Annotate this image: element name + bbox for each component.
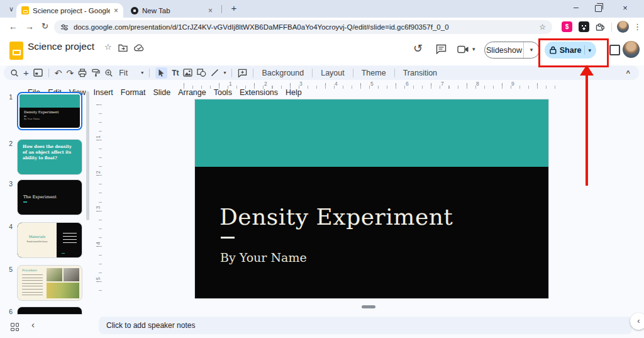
share-divider (584, 45, 585, 55)
document-title[interactable]: Science project (28, 41, 94, 52)
forward-button[interactable]: → (25, 21, 34, 31)
notes-resize-handle[interactable] (362, 305, 375, 308)
menu-insert[interactable]: Insert (90, 87, 117, 98)
slide-subtitle[interactable]: By Your Name (220, 251, 307, 264)
slide-thumbnail-6[interactable] (17, 307, 82, 315)
tab-close-icon[interactable]: × (208, 7, 213, 14)
version-history-icon[interactable]: ↺ (413, 42, 423, 55)
speaker-notes-area[interactable]: Click to add speaker notes (99, 317, 632, 334)
background-button[interactable]: Background (259, 69, 306, 77)
meet-camera-icon[interactable] (457, 45, 469, 54)
zoom-icon[interactable] (104, 69, 113, 77)
share-caret-icon[interactable]: ▾ (588, 47, 591, 54)
slideshow-button[interactable]: Slideshow ▾ (484, 42, 540, 59)
slide-thumbnail-4[interactable]: Materials Found around the house (17, 222, 82, 258)
photo-thumbnail (47, 283, 79, 298)
zoom-select[interactable]: Fit (119, 69, 128, 77)
filmstrip-scrollbar[interactable] (86, 91, 89, 220)
ruler-label: 5 (370, 81, 374, 87)
slide-number: 2 (4, 140, 13, 147)
ruler-label: 4 (335, 81, 338, 87)
insert-comment-icon[interactable] (238, 69, 247, 77)
select-tool-button[interactable] (155, 67, 167, 79)
site-settings-icon[interactable] (60, 23, 69, 31)
zoom-caret-icon[interactable]: ▾ (141, 70, 143, 76)
collapse-panel-button[interactable]: ‹ (630, 313, 644, 330)
toolbar-divider (312, 69, 313, 77)
list-lines (22, 274, 43, 297)
back-button[interactable]: ← (9, 21, 18, 31)
window-close-button[interactable]: × (620, 3, 630, 13)
collapse-filmstrip-icon[interactable]: ‹ (31, 319, 35, 330)
transition-button[interactable]: Transition (401, 69, 440, 77)
photo-thumbnail (64, 268, 79, 281)
account-avatar[interactable] (623, 41, 640, 58)
browser-menu-icon[interactable]: ⋮ (633, 22, 641, 31)
line-caret-icon[interactable]: ▾ (223, 70, 226, 76)
slide-teal-band (195, 99, 548, 167)
thumb-text: How does the density of an object affect… (18, 140, 82, 165)
slides-logo-icon[interactable] (9, 42, 23, 60)
insert-image-icon[interactable] (183, 69, 192, 77)
url-text[interactable]: docs.google.com/presentation/d/1CrJZ4KV-… (74, 23, 534, 31)
slideshow-caret-icon[interactable]: ▾ (523, 42, 539, 58)
slide-thumbnail-5[interactable]: Procedure (17, 265, 82, 301)
insert-shape-icon[interactable] (197, 69, 206, 77)
menu-format[interactable]: Format (117, 87, 150, 98)
extensions-puzzle-icon[interactable] (595, 22, 604, 31)
thumb-dash (23, 201, 27, 203)
star-document-icon[interactable]: ☆ (104, 42, 112, 52)
theme-button[interactable]: Theme (359, 69, 389, 77)
collapse-toolbar-icon[interactable]: ^ (626, 69, 630, 77)
print-icon[interactable] (78, 69, 87, 77)
thumb-subtitle: By Your Name (24, 118, 40, 120)
window-restore-button[interactable] (595, 5, 602, 12)
tab-science-project[interactable]: Science project - Google Slides × (16, 3, 123, 18)
annotation-arrow-head (580, 65, 594, 76)
share-button[interactable]: Share ▾ (545, 42, 596, 59)
new-slide-button[interactable]: + (23, 68, 29, 77)
slide-thumbnail-3[interactable]: The Experiment (17, 179, 82, 215)
grid-view-icon[interactable] (11, 323, 19, 331)
new-slide-layout-icon[interactable] (33, 69, 43, 77)
ruler-label: 3 (299, 81, 303, 87)
insert-line-icon[interactable] (211, 69, 219, 77)
extension-pink-icon[interactable]: $ (562, 21, 572, 32)
slide-thumbnail-1[interactable]: Density Experiment By Your Name (17, 92, 82, 130)
menu-slide[interactable]: Slide (149, 87, 174, 98)
reload-button[interactable]: ↻ (42, 21, 48, 31)
thumb-dash (24, 116, 26, 116)
slideshow-label: Slideshow (485, 46, 523, 55)
extension-dark-icon[interactable] (579, 21, 589, 32)
move-folder-icon[interactable] (118, 43, 128, 52)
bookmark-star-icon[interactable]: ☆ (539, 23, 546, 31)
ruler-label: 3 (95, 203, 101, 209)
slide-number: 4 (4, 223, 13, 230)
hide-menus-icon[interactable] (609, 45, 620, 55)
layout-button[interactable]: Layout (318, 69, 347, 77)
cloud-saved-icon[interactable] (134, 43, 145, 52)
search-menus-icon[interactable] (10, 69, 19, 77)
paint-format-icon[interactable] (91, 69, 100, 77)
annotation-arrow-line (586, 75, 588, 186)
chrome-favicon-icon (131, 7, 138, 14)
undo-icon[interactable]: ↶ (55, 69, 62, 77)
tab-new-tab[interactable]: New Tab × (126, 3, 218, 18)
tab-close-icon[interactable]: × (114, 7, 118, 14)
tab-search-icon[interactable]: ∨ (5, 3, 18, 16)
slide-thumbnail-2[interactable]: How does the density of an object affect… (17, 139, 82, 175)
camera-caret-icon[interactable]: ▾ (472, 46, 475, 52)
tab-strip: ∨ Science project - Google Slides × New … (0, 0, 644, 18)
browser-profile-avatar[interactable] (617, 21, 629, 33)
window-minimize-button[interactable]: – (571, 2, 581, 12)
slide-editor-canvas[interactable]: Density Experiment By Your Name (195, 99, 548, 298)
text-box-tool[interactable]: Tt (172, 69, 179, 77)
thumb-title: Procedure (22, 269, 37, 272)
address-bar[interactable]: docs.google.com/presentation/d/1CrJZ4KV-… (54, 20, 552, 34)
new-tab-button[interactable]: + (228, 3, 240, 13)
slide-title[interactable]: Density Experiment (219, 204, 453, 230)
redo-icon[interactable]: ↷ (67, 69, 74, 77)
toolbar-divider (253, 69, 253, 77)
comment-icon[interactable] (436, 44, 447, 54)
tab-title: Science project - Google Slides (33, 7, 110, 14)
